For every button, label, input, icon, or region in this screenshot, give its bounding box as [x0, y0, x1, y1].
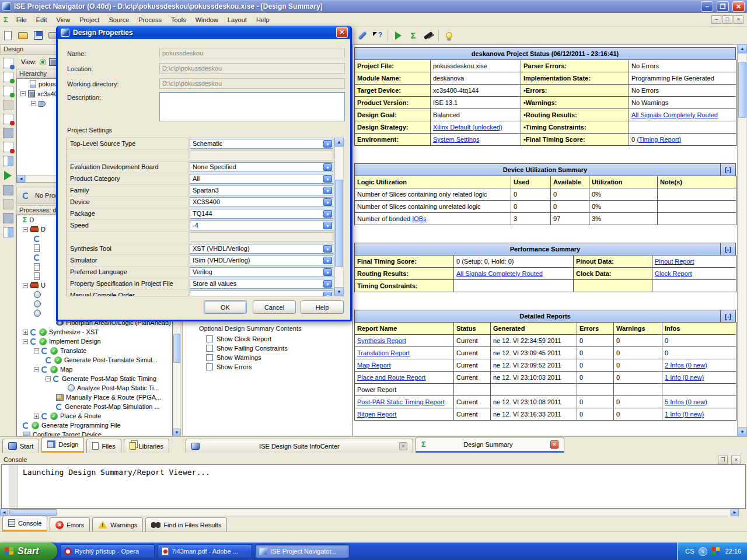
chevron-down-icon[interactable] — [323, 187, 332, 194]
wrench-icon[interactable] — [355, 29, 369, 43]
process-table-icon[interactable] — [3, 227, 13, 237]
menu-item[interactable]: Window — [191, 15, 223, 25]
mdi-restore-icon[interactable]: □ — [722, 15, 732, 24]
remove-source-icon[interactable] — [3, 114, 13, 124]
process-item[interactable]: Analyze Post-Map Static Ti... — [17, 383, 172, 393]
settings-vscrollbar[interactable]: ▲ ▼ — [334, 138, 344, 296]
menu-item[interactable]: Layout — [223, 15, 252, 25]
status-link[interactable]: (Timing Report) — [637, 136, 681, 143]
process-item[interactable]: + Place & Route — [17, 411, 172, 421]
chevron-down-icon[interactable] — [323, 163, 332, 171]
process-item[interactable]: Configure Target Device — [17, 430, 172, 436]
stop-icon[interactable] — [3, 213, 13, 223]
chevron-down-icon[interactable] — [323, 198, 332, 206]
expand-toggle-icon[interactable]: − — [20, 91, 26, 96]
chevron-down-icon[interactable] — [323, 292, 332, 296]
setting-dropdown[interactable] — [190, 232, 333, 242]
help-select-icon[interactable] — [371, 29, 385, 43]
expand-toggle-icon[interactable]: + — [34, 414, 39, 419]
add-copy-source-icon[interactable] — [3, 86, 13, 96]
setting-dropdown[interactable]: -4 — [190, 220, 333, 230]
expand-toggle-icon[interactable]: − — [46, 376, 51, 382]
close-button[interactable]: ✕ — [732, 1, 745, 12]
tab-design[interactable]: Design — [41, 437, 84, 453]
infos-link[interactable]: 1 Info (0 new) — [665, 374, 704, 381]
summary-icon[interactable]: Σ — [406, 29, 420, 43]
tab-infocenter[interactable]: ISE Design Suite InfoCenter × — [186, 439, 413, 453]
menu-item[interactable]: Edit — [32, 15, 52, 25]
setting-dropdown[interactable]: Store all values — [190, 279, 333, 289]
doc-check-icon[interactable] — [3, 142, 13, 152]
ok-button[interactable]: OK — [204, 300, 247, 314]
chevron-down-icon[interactable] — [323, 268, 332, 276]
expand-toggle-icon[interactable]: − — [31, 101, 36, 106]
tab-libraries[interactable]: Libraries — [124, 439, 169, 453]
process-item[interactable]: − Translate — [17, 346, 172, 355]
process-item[interactable]: Generate Post-Translate Simul... — [17, 355, 172, 365]
taskbar-item-pdf[interactable]: 7i43man.pdf - Adobe ... — [158, 544, 252, 558]
menu-item[interactable]: Process — [134, 15, 166, 25]
taskbar-item-ise[interactable]: ISE Project Navigator... — [255, 544, 350, 558]
process-item[interactable]: + Synthesize - XST — [17, 327, 172, 337]
checkbox[interactable] — [206, 363, 213, 370]
report-link[interactable]: Post-PAR Static Timing Report — [357, 398, 445, 405]
new-source-icon[interactable] — [3, 58, 13, 68]
expand-toggle-icon[interactable]: − — [23, 227, 28, 232]
menu-item[interactable]: View — [52, 15, 75, 25]
performance-link[interactable]: Clock Report — [655, 270, 692, 277]
implementation-radio[interactable] — [40, 59, 46, 65]
checkbox[interactable] — [206, 354, 213, 361]
menu-item[interactable]: Tools — [166, 15, 191, 25]
report-link[interactable]: Synthesis Report — [357, 337, 406, 344]
save-icon[interactable] — [31, 29, 45, 43]
tab-start[interactable]: Start — [2, 439, 39, 453]
run-icon[interactable] — [391, 29, 405, 43]
report-link[interactable]: Bitgen Report — [357, 411, 396, 418]
close-tab-icon[interactable]: × — [550, 440, 558, 449]
chevron-down-icon[interactable] — [323, 280, 332, 288]
infos-link[interactable]: 2 Infos (0 new) — [665, 362, 707, 369]
menu-item[interactable]: Help — [252, 15, 274, 25]
status-link[interactable]: All Signals Completely Routed — [631, 111, 718, 118]
report-link[interactable]: Translation Report — [357, 349, 410, 356]
console-hscrollbar[interactable]: ◄ ► — [0, 509, 747, 516]
expand-toggle-icon[interactable]: − — [34, 367, 39, 372]
chevron-down-icon[interactable] — [323, 245, 332, 253]
setting-dropdown[interactable]: None Specified — [190, 162, 333, 172]
table-view-icon[interactable] — [3, 156, 13, 166]
setting-dropdown[interactable]: ISim (VHDL/Verilog) — [190, 256, 333, 265]
new-document-icon[interactable] — [1, 29, 15, 43]
setting-dropdown[interactable]: XST (VHDL/Verilog) — [190, 244, 333, 254]
float-panel-icon[interactable]: ❐ — [718, 456, 728, 464]
lightbulb-icon[interactable] — [442, 29, 456, 43]
chevron-down-icon[interactable] — [323, 210, 332, 218]
checkbox[interactable] — [206, 335, 213, 342]
setting-dropdown[interactable]: Spartan3 — [190, 186, 333, 195]
help-button[interactable]: Help — [301, 300, 344, 314]
close-panel-icon[interactable]: × — [731, 456, 741, 464]
mdi-close-icon[interactable]: × — [734, 15, 743, 24]
language-indicator[interactable]: CS — [685, 548, 694, 555]
menu-item[interactable]: File — [12, 15, 32, 25]
rerun-icon[interactable] — [3, 185, 13, 195]
design-check-icon[interactable] — [3, 128, 13, 138]
expand-toggle-icon[interactable]: − — [23, 283, 28, 288]
chevron-down-icon[interactable] — [323, 140, 332, 148]
antivirus-tray-icon[interactable] — [712, 547, 720, 555]
status-link[interactable]: System Settings — [433, 136, 479, 143]
infos-link[interactable]: 5 Infos (0 new) — [665, 398, 707, 405]
process-item[interactable]: − Implement Design — [17, 337, 172, 346]
report-link[interactable]: Place and Route Report — [357, 374, 425, 381]
collapse-toggle[interactable]: [-] — [720, 310, 735, 322]
chevron-down-icon[interactable] — [323, 222, 332, 229]
performance-link[interactable]: Pinout Report — [655, 258, 694, 265]
status-link[interactable]: Xilinx Default (unlocked) — [433, 124, 502, 131]
report-link[interactable]: Map Report — [357, 362, 390, 369]
expand-toggle-icon[interactable]: − — [34, 348, 39, 354]
tab-warnings[interactable]: Warnings — [92, 517, 143, 531]
tab-console[interactable]: Console — [2, 516, 47, 531]
setting-dropdown[interactable] — [190, 150, 333, 160]
tab-files[interactable]: Files — [86, 439, 121, 453]
setting-dropdown[interactable]: Verilog — [190, 267, 333, 277]
setting-dropdown[interactable]: XC3S400 — [190, 197, 333, 207]
